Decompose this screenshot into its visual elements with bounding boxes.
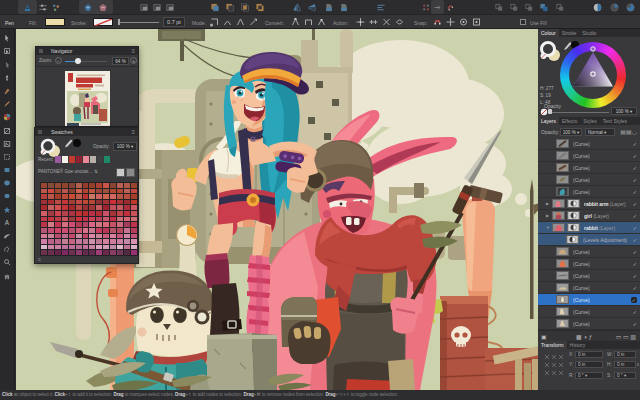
svg-text:A: A: [5, 219, 10, 226]
